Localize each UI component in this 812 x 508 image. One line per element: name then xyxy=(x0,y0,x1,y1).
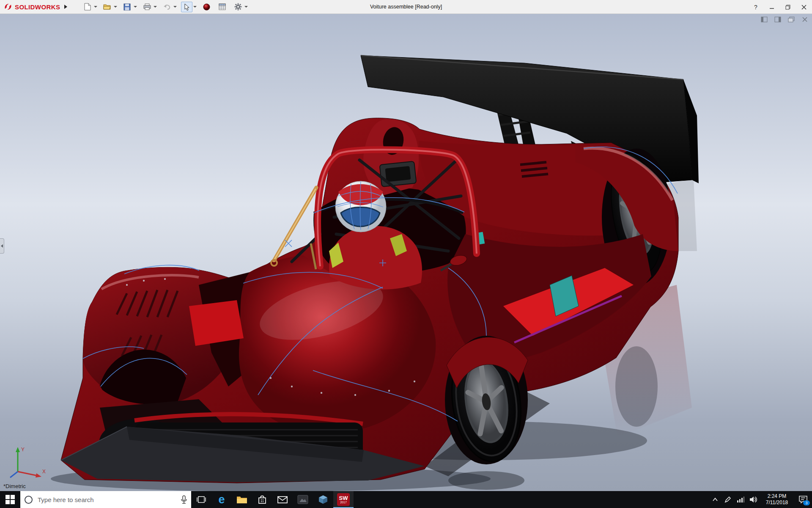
tray-expand-button[interactable] xyxy=(709,491,721,508)
dock-right-button[interactable] xyxy=(773,16,782,23)
restore-pane-button[interactable] xyxy=(787,16,796,23)
store-button[interactable] xyxy=(252,491,272,508)
restore-button[interactable] xyxy=(780,0,796,14)
open-button[interactable] xyxy=(102,2,113,12)
taskbar-search[interactable] xyxy=(20,491,191,508)
ds-logo-icon xyxy=(3,2,13,11)
print-icon xyxy=(143,3,151,10)
open-caret-icon[interactable] xyxy=(114,6,117,8)
speaker-icon xyxy=(749,496,757,503)
task-view-button[interactable] xyxy=(191,491,211,508)
search-input[interactable] xyxy=(37,496,177,504)
chevron-up-icon xyxy=(712,497,718,502)
notification-count-badge: 3 xyxy=(803,500,810,505)
select-tool-button[interactable] xyxy=(181,2,192,12)
undo-button[interactable] xyxy=(161,2,173,12)
3d-scene[interactable] xyxy=(0,14,812,491)
solidworks-logo: SOLIDWORKS xyxy=(0,2,60,11)
windows-logo-icon xyxy=(5,495,15,504)
brand-name: SOLIDWORKS xyxy=(15,3,60,11)
dark-app-button[interactable] xyxy=(293,491,313,508)
triad-x-label: X xyxy=(42,469,46,475)
cube-app-button[interactable] xyxy=(313,491,333,508)
close-button[interactable] xyxy=(796,0,812,14)
undo-arrow-icon xyxy=(163,4,171,10)
file-explorer-icon xyxy=(236,495,247,504)
panel-collapse-handle[interactable] xyxy=(0,238,4,254)
new-document-button[interactable] xyxy=(82,2,93,12)
windows-ink-button[interactable] xyxy=(721,491,734,508)
app-titlebar: SOLIDWORKS xyxy=(0,0,812,14)
pen-icon xyxy=(724,496,731,503)
mail-button[interactable] xyxy=(272,491,293,508)
restore-icon xyxy=(785,5,790,10)
dock-left-button[interactable] xyxy=(760,16,769,23)
dark-window-app-icon xyxy=(297,494,308,505)
viewport-window-controls xyxy=(760,16,809,23)
save-floppy-icon xyxy=(123,3,131,11)
system-tray: 2:24 PM 7/11/2018 3 xyxy=(709,491,812,508)
edge-icon: e xyxy=(218,494,225,505)
options-caret-icon[interactable] xyxy=(244,6,248,8)
select-cursor-icon xyxy=(184,3,190,11)
edge-browser-button[interactable]: e xyxy=(211,491,232,508)
appearance-sphere-icon xyxy=(203,3,210,11)
open-folder-icon xyxy=(103,3,111,10)
print-button[interactable] xyxy=(141,2,153,12)
network-icon xyxy=(737,497,744,502)
document-title: Voiture assemblee [Read-only] xyxy=(370,4,442,10)
minimize-button[interactable] xyxy=(764,0,780,14)
volume-button[interactable] xyxy=(747,491,760,508)
solidworks-app-icon: SW 2017 xyxy=(337,493,350,506)
store-bag-icon xyxy=(258,494,267,505)
options-gear-icon xyxy=(234,3,242,11)
network-button[interactable] xyxy=(734,491,747,508)
minimize-icon xyxy=(769,5,774,10)
save-caret-icon[interactable] xyxy=(134,6,137,8)
view-orientation-label: *Dimetric xyxy=(3,483,26,489)
taskbar-clock[interactable]: 2:24 PM 7/11/2018 xyxy=(760,493,794,506)
select-caret-icon[interactable] xyxy=(193,6,197,8)
options-button[interactable] xyxy=(232,2,244,12)
help-button[interactable]: ? xyxy=(748,0,764,14)
triad-y-label: Y xyxy=(21,447,25,453)
window-controls: ? xyxy=(748,0,812,14)
menu-expand-arrow-icon[interactable] xyxy=(64,5,67,9)
design-table-button[interactable] xyxy=(217,2,228,12)
clock-date: 7/11/2018 xyxy=(760,500,794,506)
undo-caret-icon[interactable] xyxy=(173,6,177,8)
new-document-caret-icon[interactable] xyxy=(94,6,97,8)
cube-3d-app-icon xyxy=(318,494,328,505)
print-caret-icon[interactable] xyxy=(154,6,157,8)
cortana-icon xyxy=(25,496,33,504)
close-icon xyxy=(801,5,807,10)
close-pane-button[interactable] xyxy=(800,16,809,23)
graphics-viewport[interactable]: Y X *Dimetric xyxy=(0,14,812,491)
appearance-button[interactable] xyxy=(201,2,212,12)
new-document-icon xyxy=(84,3,91,11)
action-center-button[interactable]: 3 xyxy=(794,491,812,508)
quick-toolbar xyxy=(82,2,250,12)
mail-envelope-icon xyxy=(277,495,288,504)
save-button[interactable] xyxy=(121,2,133,12)
windows-taskbar: e SW 2017 xyxy=(0,491,812,508)
start-button[interactable] xyxy=(0,491,20,508)
task-view-icon xyxy=(196,495,206,504)
microphone-icon[interactable] xyxy=(181,495,187,504)
file-explorer-button[interactable] xyxy=(232,491,252,508)
solidworks-app-button[interactable]: SW 2017 xyxy=(333,491,354,508)
design-table-icon xyxy=(219,3,226,10)
clock-time: 2:24 PM xyxy=(760,493,794,500)
orientation-triad: Y X xyxy=(7,444,49,480)
